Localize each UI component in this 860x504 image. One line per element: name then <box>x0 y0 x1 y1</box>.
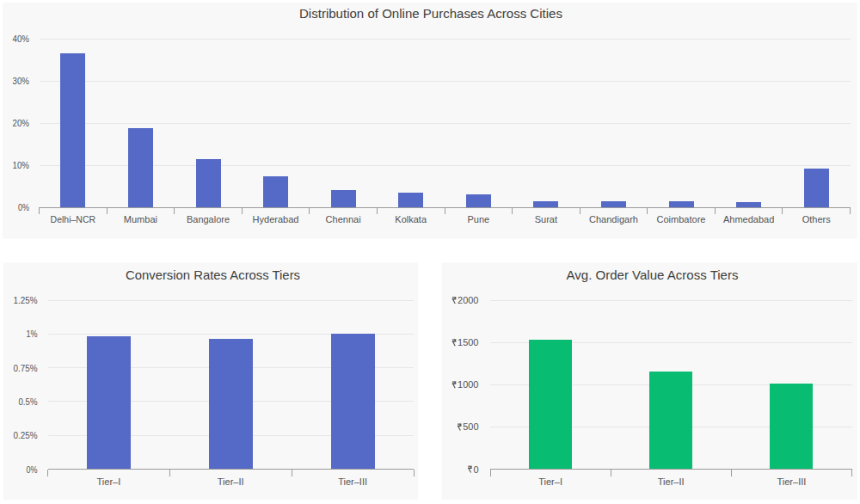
svg-text:1000: 1000 <box>458 379 478 390</box>
svg-text:30%: 30% <box>13 76 30 86</box>
svg-text:Chennai: Chennai <box>326 214 361 224</box>
svg-text:10%: 10% <box>13 160 30 170</box>
svg-text:Tier–I: Tier–I <box>97 476 121 487</box>
svg-text:0%: 0% <box>27 464 38 475</box>
svg-text:Chandigarh: Chandigarh <box>589 214 638 224</box>
svg-text:Surat: Surat <box>535 214 557 224</box>
svg-text:Mumbai: Mumbai <box>124 214 157 224</box>
svg-text:1.25%: 1.25% <box>14 295 38 305</box>
svg-text:Tier–III: Tier–III <box>338 476 367 487</box>
svg-text:1500: 1500 <box>458 337 478 347</box>
svg-text:Coimbatore: Coimbatore <box>657 214 706 224</box>
svg-text:Tier–III: Tier–III <box>777 476 806 487</box>
svg-text:40%: 40% <box>13 34 30 44</box>
svg-text:Hyderabad: Hyderabad <box>253 214 299 224</box>
svg-text:Bangalore: Bangalore <box>187 214 230 224</box>
svg-text:500: 500 <box>463 421 478 432</box>
svg-text:Conversion Rates Across Tiers: Conversion Rates Across Tiers <box>126 267 300 282</box>
svg-text:Delhi–NCR: Delhi–NCR <box>51 214 96 224</box>
svg-text:0.5%: 0.5% <box>19 396 38 407</box>
svg-text:Avg. Order Value Across Tiers: Avg. Order Value Across Tiers <box>567 267 739 282</box>
svg-text:Kolkata: Kolkata <box>395 214 427 224</box>
svg-text:0.25%: 0.25% <box>14 430 38 440</box>
svg-text:20%: 20% <box>13 118 30 128</box>
svg-text:2000: 2000 <box>458 295 478 305</box>
svg-text:0.75%: 0.75% <box>14 363 38 373</box>
svg-text:Others: Others <box>802 214 832 224</box>
svg-text:Tier–II: Tier–II <box>658 476 685 487</box>
svg-text:Ahmedabad: Ahmedabad <box>723 214 774 224</box>
svg-text:0: 0 <box>473 464 478 475</box>
svg-text:1%: 1% <box>27 329 38 339</box>
svg-text:0%: 0% <box>18 202 29 212</box>
svg-text:Distribution of Online Purchas: Distribution of Online Purchases Across … <box>299 6 562 21</box>
svg-text:Tier–I: Tier–I <box>538 476 562 487</box>
svg-text:Tier–II: Tier–II <box>218 476 244 487</box>
svg-text:Pune: Pune <box>467 214 489 224</box>
